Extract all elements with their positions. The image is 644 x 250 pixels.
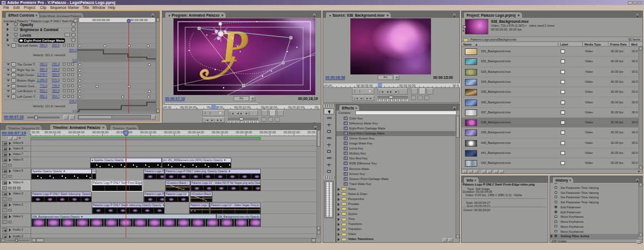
- svg-text:P: P: [218, 20, 250, 72]
